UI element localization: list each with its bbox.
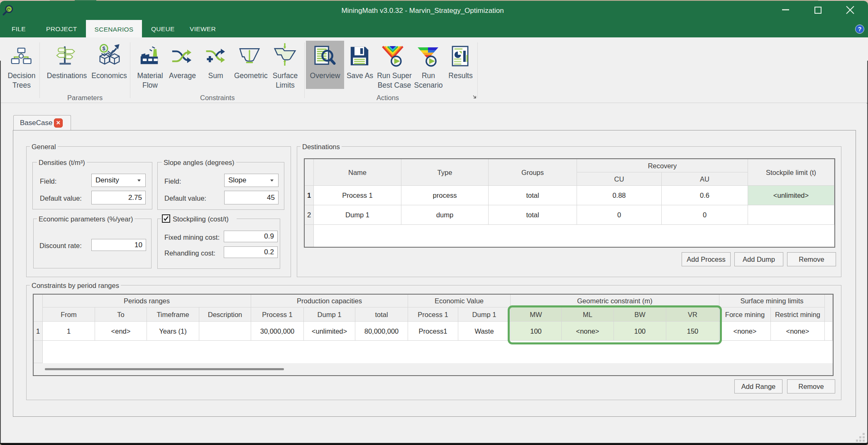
svg-text:$: $ [103, 45, 106, 52]
